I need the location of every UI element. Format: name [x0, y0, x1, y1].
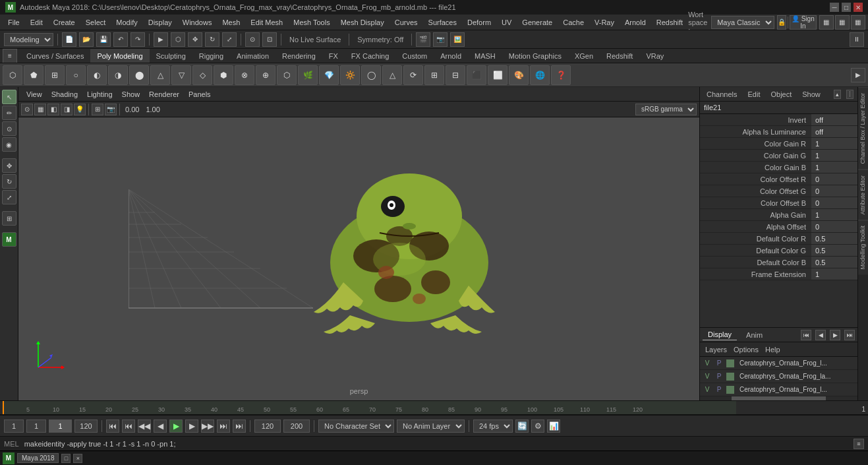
menu-surfaces[interactable]: Surfaces	[423, 17, 462, 28]
menu-vray[interactable]: V-Ray	[589, 17, 620, 28]
layer-p-3[interactable]: P	[714, 386, 724, 393]
layer-anim-btn-2[interactable]: ◀	[815, 330, 826, 340]
step-forward-btn[interactable]: ⏭	[217, 419, 230, 433]
layers-sub-btn[interactable]: Layers	[703, 344, 730, 355]
shelf-icon-24[interactable]: ⬜	[488, 65, 507, 85]
taskbar-close-btn[interactable]: ×	[73, 454, 82, 463]
tab-curves-surfaces[interactable]: Curves / Surfaces	[20, 49, 90, 63]
ch-row-invert[interactable]: Invert off	[700, 114, 857, 126]
menu-edit-mesh[interactable]: Edit Mesh	[245, 17, 288, 28]
vp-shaded-tex-btn[interactable]: ◨	[61, 104, 72, 115]
shelf-icon-22[interactable]: ⊟	[446, 65, 465, 85]
vp-menu-show[interactable]: Show	[118, 89, 144, 100]
layer-anim-btn-4[interactable]: ⏭	[844, 330, 855, 340]
menu-create[interactable]: Create	[48, 17, 80, 28]
layer-v-1[interactable]: V	[703, 359, 712, 367]
lasso-icon[interactable]: ⬡	[171, 32, 185, 47]
vp-grid-btn[interactable]: ⊞	[92, 104, 103, 115]
vp-menu-lighting[interactable]: Lighting	[83, 89, 117, 100]
status-script-btn[interactable]: ≡	[854, 439, 864, 449]
ch-edit-btn[interactable]: Edit	[745, 89, 763, 100]
menu-generate[interactable]: Generate	[517, 17, 558, 28]
tab-redshift[interactable]: Redshift	[600, 49, 639, 63]
frame-input-start[interactable]: 1	[4, 419, 24, 433]
ch-dcb-val[interactable]: 0.5	[811, 257, 857, 268]
shelf-icon-18[interactable]: ◯	[361, 65, 381, 85]
ch-object-btn[interactable]: Object	[768, 89, 794, 100]
render-icon3[interactable]: 🖼️	[450, 32, 465, 47]
render-icon1[interactable]: 🎬	[416, 32, 430, 47]
vp-wireframe-btn[interactable]: ▦	[34, 104, 46, 115]
ch-cor-val[interactable]: 0	[811, 173, 857, 185]
ch-ag-val[interactable]: 1	[811, 209, 857, 220]
ch-row-cgb[interactable]: Color Gain B 1	[700, 162, 857, 173]
shelf-icon-2[interactable]: ⬟	[24, 65, 43, 85]
soft-select-btn[interactable]: ◉	[2, 137, 16, 152]
menu-edit[interactable]: Edit	[25, 17, 48, 28]
ch-row-ao[interactable]: Alpha Offset 0	[700, 221, 857, 233]
ch-row-alpha-lum[interactable]: Alpha Is Luminance off	[700, 126, 857, 138]
ch-fe-val[interactable]: 1	[811, 268, 857, 280]
tab-arnold[interactable]: Arnold	[434, 49, 468, 63]
select-tool-btn[interactable]: ↖	[2, 90, 16, 104]
tab-xgen[interactable]: XGen	[568, 49, 600, 63]
workspace-lock-icon[interactable]: 🔒	[777, 15, 786, 30]
layer-row-2[interactable]: V P Ceratophrys_Ornata_Frog_la...	[700, 370, 857, 383]
taskbar-restore-btn[interactable]: □	[61, 454, 71, 463]
menu-modify[interactable]: Modify	[111, 17, 142, 28]
vp-menu-panels[interactable]: Panels	[185, 89, 215, 100]
menu-redshift[interactable]: Redshift	[651, 17, 688, 28]
shelf-icon-16[interactable]: 💎	[319, 65, 339, 85]
scale-tool-btn[interactable]: ⤢	[2, 190, 16, 204]
shelf-icon-19[interactable]: △	[382, 65, 402, 85]
color-space-dropdown[interactable]: sRGB gamma	[635, 104, 697, 115]
taskbar-window-btn[interactable]: Maya 2018	[17, 453, 59, 463]
layer-anim-tab[interactable]: Anim	[741, 330, 768, 340]
help-sub-btn[interactable]: Help	[763, 344, 783, 355]
prev-frame-btn[interactable]: ◀◀	[138, 419, 151, 433]
layer-row-1[interactable]: V P Ceratophrys_Ornata_Frog_l...	[700, 357, 857, 370]
move-icon[interactable]: ✥	[188, 32, 202, 47]
layer-p-2[interactable]: P	[714, 373, 724, 380]
next-frame-btn[interactable]: ▶▶	[201, 419, 214, 433]
menu-arnold[interactable]: Arnold	[620, 17, 651, 28]
ch-show-btn[interactable]: Show	[799, 89, 823, 100]
show-manipulator-btn[interactable]: ⊞	[2, 211, 16, 226]
rotate-tool-btn[interactable]: ↻	[2, 174, 16, 189]
layout-btn-3[interactable]: ▦	[851, 15, 865, 30]
ch-invert-val[interactable]: off	[811, 114, 857, 125]
menu-cache[interactable]: Cache	[558, 17, 589, 28]
maximize-button[interactable]: □	[842, 3, 851, 12]
layout-btn-2[interactable]: ▦	[835, 15, 850, 30]
vp-menu-shading[interactable]: Shading	[47, 89, 82, 100]
ch-collapse-btn[interactable]: ▴	[834, 90, 841, 99]
tab-fx-caching[interactable]: FX Caching	[345, 49, 395, 63]
ch-cgr-val[interactable]: 1	[811, 138, 857, 149]
ch-cgg-val[interactable]: 1	[811, 150, 857, 161]
play-btn[interactable]: ▶	[169, 419, 183, 433]
vp-menu-view[interactable]: View	[22, 89, 46, 100]
sign-in-button[interactable]: 👤 Sign In	[790, 15, 817, 30]
options-sub-btn[interactable]: Options	[731, 344, 761, 355]
select-icon[interactable]: ▶	[154, 32, 168, 47]
undo-icon[interactable]: ↶	[113, 32, 128, 47]
range-end[interactable]: 200	[283, 419, 310, 433]
shelf-icon-10[interactable]: ◇	[192, 65, 212, 85]
channels-btn[interactable]: Channels	[704, 89, 739, 100]
ch-row-dcg[interactable]: Default Color G 0.5	[700, 245, 857, 257]
ch-alpha-lum-val[interactable]: off	[811, 126, 857, 137]
layer-p-1[interactable]: P	[714, 359, 724, 367]
timeline-ruler[interactable]: 5 10 15 20 25 30 35 40 45 50 55 60 65 70…	[0, 400, 868, 415]
menu-mesh[interactable]: Mesh	[217, 17, 245, 28]
frame-input-current[interactable]: 1	[26, 419, 46, 433]
anim-extra-btn3[interactable]: 📊	[547, 419, 560, 433]
tab-motion-graphics[interactable]: Motion Graphics	[502, 49, 568, 63]
shelf-icon-6[interactable]: ◑	[108, 65, 128, 85]
shelf-icon-15[interactable]: 🌿	[298, 65, 318, 85]
ch-options-btn[interactable]: ⋮	[846, 90, 854, 99]
tab-animation[interactable]: Animation	[230, 49, 275, 63]
tab-custom[interactable]: Custom	[395, 49, 434, 63]
anim-extra-btn1[interactable]: 🔄	[515, 419, 529, 433]
shelf-icon-7[interactable]: ⬤	[129, 65, 149, 85]
menu-display[interactable]: Display	[143, 17, 177, 28]
